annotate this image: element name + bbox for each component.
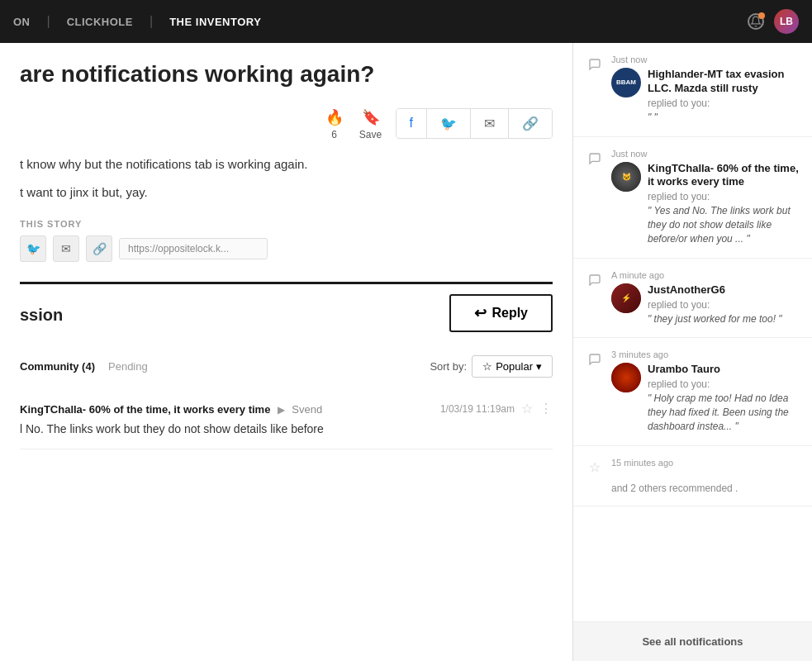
comment-star-icon[interactable]: ☆ (521, 401, 533, 416)
nav-separator: | (47, 14, 50, 29)
comment-header: KingTChalla- 60% of the time, it works e… (20, 401, 553, 416)
comment-more-icon[interactable]: ⋮ (539, 401, 553, 416)
notif-username-3: JustAnotherG6 (648, 283, 799, 297)
comment-arrow: ▶ (278, 404, 285, 416)
community-link[interactable]: Community (4) (20, 360, 95, 373)
comment-text: l No. The links work but they do not sho… (20, 420, 553, 438)
share-row-link[interactable]: 🔗 (86, 235, 112, 262)
nav-right: LB (748, 9, 799, 34)
notif-avatar-4 (611, 363, 641, 392)
notif-time-2: Just now (611, 149, 799, 159)
notif-content-4: 3 minutes ago Urambo Tauro replied to yo… (611, 350, 799, 433)
nav-link-clickhole[interactable]: CLICKHOLE (67, 16, 133, 28)
notification-item-1[interactable]: Just now BBAM Highlander-MT tax evasion … (573, 43, 812, 137)
save-action[interactable]: 🔖 Save (359, 106, 382, 140)
fire-action[interactable]: 🔥 6 (323, 106, 346, 140)
notification-bell-button[interactable] (748, 13, 764, 30)
fire-icon: 🔥 (323, 106, 346, 129)
notif-avatar-row-1: BBAM Highlander-MT tax evasion LLC. Mazd… (611, 68, 799, 125)
right-panel: Just now BBAM Highlander-MT tax evasion … (572, 43, 812, 661)
bubble-svg-1 (588, 58, 601, 71)
share-email-button[interactable]: ✉ (471, 109, 509, 138)
sort-select: Sort by: ☆ Popular ▾ (430, 355, 553, 378)
save-label: Save (359, 129, 382, 140)
share-url-input[interactable] (119, 238, 268, 259)
comment-date: 1/03/19 11:19am (440, 403, 515, 415)
main-layout: are notifications working again? 🔥 6 🔖 S… (0, 43, 812, 661)
sort-button[interactable]: ☆ Popular ▾ (472, 355, 553, 378)
notification-item-4[interactable]: 3 minutes ago Urambo Tauro replied to yo… (573, 338, 812, 445)
notif-content-1: Just now BBAM Highlander-MT tax evasion … (611, 55, 799, 125)
notif-bubble-icon-1 (586, 56, 603, 73)
notification-item-3[interactable]: A minute ago ⚡ JustAnotherG6 replied to … (573, 259, 812, 339)
article-actions: 🔥 6 🔖 Save f 🐦 ✉ 🔗 (20, 106, 553, 140)
top-nav: ON | CLICKHOLE | THE INVENTORY LB (0, 0, 812, 43)
notif-avatar-row-3: ⚡ JustAnotherG6 replied to you: " they j… (611, 283, 799, 326)
pending-badge[interactable]: Pending (108, 360, 148, 373)
community-links: Community (4) Pending (20, 360, 148, 373)
notif-text-3: JustAnotherG6 replied to you: " they jus… (648, 283, 799, 326)
nav-separator-2: | (150, 14, 153, 29)
share-row-twitter[interactable]: 🐦 (20, 235, 46, 262)
reply-icon: ↩ (474, 304, 487, 322)
fire-count: 6 (331, 129, 337, 140)
share-row-email[interactable]: ✉ (53, 235, 79, 262)
notif-preview-2: " Yes and No. The links work but they do… (648, 204, 799, 245)
notif-avatar-row-2: 🐱 KingTChalla- 60% of the time, it works… (611, 162, 799, 246)
nav-links: ON | CLICKHOLE | THE INVENTORY (13, 14, 261, 29)
share-twitter-button[interactable]: 🐦 (427, 109, 471, 138)
share-link-button[interactable]: 🔗 (509, 109, 552, 138)
user-avatar[interactable]: LB (774, 9, 799, 34)
notif-username-2: KingTChalla- 60% of the time, it works e… (648, 162, 799, 190)
share-this-story: THIS STORY 🐦 ✉ 🔗 (20, 219, 553, 262)
notif-time-1: Just now (611, 55, 799, 64)
comment-item: KingTChalla- 60% of the time, it works e… (20, 391, 553, 449)
notif-time-4: 3 minutes ago (611, 350, 799, 359)
notif-content-5: 15 minutes ago and 2 others recommended … (611, 458, 799, 494)
notif-avatar-2: 🐱 (611, 162, 641, 192)
share-facebook-button[interactable]: f (397, 109, 427, 138)
notif-content-2: Just now 🐱 KingTChalla- 60% of the time,… (611, 149, 799, 246)
notif-time-3: A minute ago (611, 270, 799, 280)
left-content: are notifications working again? 🔥 6 🔖 S… (0, 43, 572, 661)
reply-button[interactable]: ↩ Reply (449, 294, 553, 332)
notif-time-5: 15 minutes ago (611, 458, 799, 468)
notif-action-2: replied to you: (648, 191, 799, 202)
bubble-svg-2 (588, 152, 601, 165)
notification-item-2[interactable]: Just now 🐱 KingTChalla- 60% of the time,… (573, 137, 812, 259)
notif-action-4: replied to you: (648, 378, 799, 390)
notif-avatar-1: BBAM (611, 68, 641, 97)
notif-text-2: KingTChalla- 60% of the time, it works e… (648, 162, 799, 246)
nav-link-on[interactable]: ON (13, 16, 31, 28)
notif-username-1: Highlander-MT tax evasion LLC. Mazda sti… (648, 68, 799, 96)
notif-username-4: Urambo Tauro (648, 363, 799, 377)
discussion-section: ssion ↩ Reply Community (4) Pending Sort… (20, 282, 553, 449)
article-title: are notifications working again? (20, 59, 553, 89)
nav-link-inventory[interactable]: THE INVENTORY (169, 16, 261, 28)
notif-preview-1: " " (648, 111, 799, 125)
notif-content-3: A minute ago ⚡ JustAnotherG6 replied to … (611, 270, 799, 326)
notif-action-3: replied to you: (648, 299, 799, 311)
notif-preview-4: " Holy crap me too! Had no Idea they had… (648, 392, 799, 433)
community-bar: Community (4) Pending Sort by: ☆ Popular… (20, 355, 553, 378)
bell-icon (750, 16, 762, 27)
sort-option: Popular (496, 360, 533, 373)
sort-star-icon: ☆ (482, 360, 492, 373)
bubble-svg-4 (588, 353, 601, 366)
article-body-line-2: t want to jinx it but, yay. (20, 182, 553, 203)
notif-bubble-icon-2 (586, 150, 603, 167)
notif-action-1: replied to you: (648, 97, 799, 109)
see-all-notifications-button[interactable]: See all notifications (573, 621, 812, 661)
notif-bubble-icon-3 (586, 272, 603, 288)
article-body-line-1: t know why but the notifications tab is … (20, 154, 553, 175)
bubble-svg-3 (588, 273, 601, 287)
comment-reply-to: Svend (292, 403, 322, 416)
notif-text-4: Urambo Tauro replied to you: " Holy crap… (648, 363, 799, 433)
comment-meta: 1/03/19 11:19am ☆ ⋮ (440, 401, 553, 416)
bookmark-icon: 🔖 (359, 106, 382, 129)
notification-item-5[interactable]: ☆ 15 minutes ago and 2 others recommende… (573, 446, 812, 506)
notif-avatar-inner-3: ⚡ (611, 283, 641, 313)
share-buttons: f 🐦 ✉ 🔗 (396, 108, 553, 139)
comment-author[interactable]: KingTChalla- 60% of the time, it works e… (20, 403, 270, 416)
notif-text-1: Highlander-MT tax evasion LLC. Mazda sti… (648, 68, 799, 125)
